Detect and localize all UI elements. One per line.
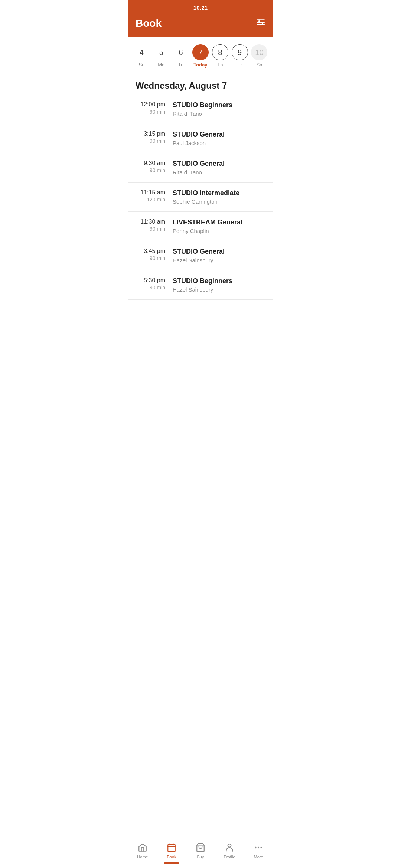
day-label: Th — [217, 62, 223, 68]
calendar-day-5[interactable]: 5 Mo — [152, 44, 170, 68]
calendar-day-4[interactable]: 4 Su — [133, 44, 150, 68]
class-details-1: STUDIO Beginners Rita di Tano — [173, 101, 265, 117]
svg-point-4 — [258, 21, 260, 22]
class-details-2: STUDIO General Paul Jackson — [173, 131, 265, 146]
class-time-1: 12:00 pm 90 min — [136, 101, 173, 115]
class-item-3[interactable]: 9:30 am 90 min STUDIO General Rita di Ta… — [128, 153, 273, 183]
header: Book — [128, 14, 273, 37]
class-time-2: 3:15 pm 90 min — [136, 131, 173, 144]
class-item-2[interactable]: 3:15 pm 90 min STUDIO General Paul Jacks… — [128, 124, 273, 153]
day-number: 5 — [153, 44, 169, 60]
filter-icon[interactable] — [256, 17, 265, 29]
day-label: Fr — [238, 62, 242, 68]
date-heading: Wednesday, August 7 — [128, 73, 273, 95]
calendar-day-6[interactable]: 6 Tu — [172, 44, 190, 68]
svg-point-7 — [260, 24, 261, 25]
day-label: Tu — [178, 62, 184, 68]
status-time: 10:21 — [193, 4, 208, 11]
day-number: 9 — [232, 44, 248, 60]
day-number: 4 — [133, 44, 150, 60]
day-number: 10 — [251, 44, 267, 60]
class-time-7: 5:30 pm 90 min — [136, 277, 173, 290]
day-number: 7 — [192, 44, 209, 60]
class-details-7: STUDIO Beginners Hazel Sainsbury — [173, 277, 265, 293]
class-time-5: 11:30 am 90 min — [136, 218, 173, 232]
day-label: Mo — [158, 62, 164, 68]
calendar-strip: 4 Su 5 Mo 6 Tu 7 Today 8 Th 9 Fr 10 Sa — [128, 37, 273, 73]
day-label: Sa — [257, 62, 263, 68]
class-item-1[interactable]: 12:00 pm 90 min STUDIO Beginners Rita di… — [128, 95, 273, 124]
day-number: 8 — [212, 44, 228, 60]
schedule-list: 12:00 pm 90 min STUDIO Beginners Rita di… — [128, 95, 273, 333]
status-bar: 10:21 — [128, 0, 273, 14]
class-details-6: STUDIO General Hazel Sainsbury — [173, 248, 265, 263]
class-time-4: 11:15 am 120 min — [136, 189, 173, 203]
calendar-day-8[interactable]: 8 Th — [211, 44, 229, 68]
page-title: Book — [136, 17, 162, 29]
calendar-day-9[interactable]: 9 Fr — [231, 44, 249, 68]
class-item-4[interactable]: 11:15 am 120 min STUDIO Intermediate Sop… — [128, 183, 273, 212]
class-details-3: STUDIO General Rita di Tano — [173, 160, 265, 175]
class-details-5: LIVESTREAM General Penny Chaplin — [173, 218, 265, 234]
class-item-5[interactable]: 11:30 am 90 min LIVESTREAM General Penny… — [128, 212, 273, 241]
class-item-7[interactable]: 5:30 pm 90 min STUDIO Beginners Hazel Sa… — [128, 270, 273, 300]
class-time-3: 9:30 am 90 min — [136, 160, 173, 173]
day-label: Su — [138, 62, 144, 68]
calendar-day-7-today[interactable]: 7 Today — [192, 44, 209, 68]
day-label: Today — [193, 62, 207, 68]
day-number: 6 — [173, 44, 189, 60]
calendar-day-10[interactable]: 10 Sa — [250, 44, 268, 68]
class-details-4: STUDIO Intermediate Sophie Carrington — [173, 189, 265, 205]
class-item-6[interactable]: 3:45 pm 90 min STUDIO General Hazel Sain… — [128, 241, 273, 270]
class-time-6: 3:45 pm 90 min — [136, 248, 173, 261]
